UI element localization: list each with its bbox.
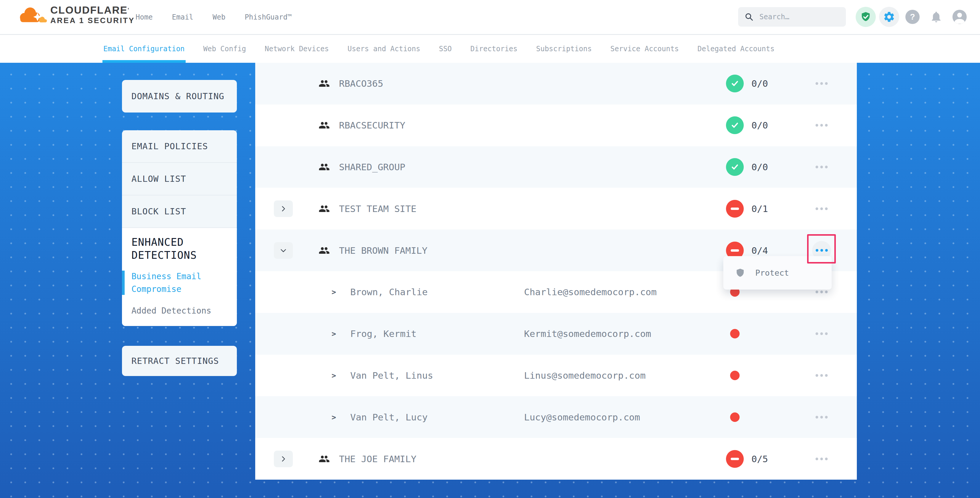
group-icon: [318, 453, 330, 465]
expand-chevron-button[interactable]: [274, 200, 293, 217]
sidebar-card-domains-routing: DOMAINS & ROUTING: [122, 80, 237, 113]
collapse-chevron-button[interactable]: [274, 242, 293, 259]
table-row: RBACSECURITY 0/0: [255, 105, 857, 146]
row-actions-menu-button[interactable]: [816, 416, 828, 418]
table-row: > Van Pelt, Lucy Lucy@somedemocorp.com: [255, 396, 857, 438]
tab-users-and-actions[interactable]: Users and Actions: [348, 35, 420, 63]
status-protected-icon: [726, 116, 744, 134]
status-protected-icon: [726, 75, 744, 92]
table-row: SHARED_GROUP 0/0: [255, 146, 857, 188]
group-name: TEST TEAM SITE: [339, 204, 416, 214]
table-row: TEST TEAM SITE 0/1: [255, 188, 857, 229]
row-actions-menu-button[interactable]: [816, 207, 828, 210]
protection-status-icon[interactable]: [856, 7, 876, 27]
sidebar-item-added-detections[interactable]: Added Detections: [122, 304, 228, 317]
member-name: Van Pelt, Lucy: [350, 412, 428, 423]
sidebar-card-retract: RETRACT SETTINGS: [122, 346, 237, 376]
row-actions-dropdown: Protect: [723, 256, 832, 290]
expand-chevron-button[interactable]: [274, 450, 293, 467]
sidebar-section-enhanced-detections: ENHANCED DETECTIONS Business Email Compr…: [122, 228, 237, 326]
group-name: SHARED_GROUP: [339, 162, 405, 172]
member-email: Kermit@somedemocorp.com: [524, 328, 651, 339]
group-icon: [318, 78, 330, 89]
row-actions-menu-button[interactable]: [816, 291, 828, 293]
tab-email-configuration[interactable]: Email Configuration: [103, 35, 185, 63]
enhanced-detections-title[interactable]: ENHANCED DETECTIONS: [122, 235, 220, 262]
protected-count: 0/1: [751, 204, 768, 214]
tab-sso[interactable]: SSO: [439, 35, 452, 63]
table-row: THE JOE FAMILY 0/5: [255, 438, 857, 480]
group-icon: [318, 245, 330, 256]
status-unprotected-dot: [730, 371, 740, 380]
tab-service-accounts[interactable]: Service Accounts: [611, 35, 679, 63]
topnav-web[interactable]: Web: [213, 13, 225, 21]
topnav-home[interactable]: Home: [135, 13, 153, 21]
group-icon: [318, 161, 330, 173]
member-email: Lucy@somedemocorp.com: [524, 412, 640, 423]
tab-directories[interactable]: Directories: [471, 35, 517, 63]
notifications-bell-icon[interactable]: [929, 9, 944, 25]
sidebar-item-allow-list[interactable]: ALLOW LIST: [122, 163, 237, 196]
status-unprotected-icon: [726, 200, 744, 218]
group-name: THE JOE FAMILY: [339, 453, 416, 464]
topnav-phishguard[interactable]: PhishGuard™: [245, 13, 292, 21]
member-name: Van Pelt, Linus: [350, 370, 433, 381]
sidebar-item-retract-settings[interactable]: RETRACT SETTINGS: [122, 346, 237, 376]
sidebar-item-business-email-compromise[interactable]: Business Email Compromise: [122, 270, 228, 296]
top-header: CLOUDFLARE’ AREA 1 SECURITY Home Email W…: [0, 0, 980, 35]
protected-count: 0/0: [751, 78, 768, 89]
group-name: RBACSECURITY: [339, 120, 405, 130]
status-protected-icon: [726, 158, 744, 176]
sidebar-item-block-list[interactable]: BLOCK LIST: [122, 196, 237, 228]
row-actions-menu-button[interactable]: [816, 165, 828, 168]
brand-name: CLOUDFLARE’: [50, 5, 135, 16]
member-chevron-icon[interactable]: >: [332, 413, 336, 421]
protected-count: 0/0: [751, 120, 768, 130]
row-actions-menu-button[interactable]: [816, 457, 828, 460]
sidebar-item-domains-routing[interactable]: DOMAINS & ROUTING: [122, 80, 237, 113]
sidebar-item-email-policies[interactable]: EMAIL POLICIES: [122, 130, 237, 163]
sidebar-card-policies: EMAIL POLICIES ALLOW LIST BLOCK LIST ENH…: [122, 130, 237, 326]
table-row: > Van Pelt, Linus Linus@somedemocorp.com: [255, 355, 857, 396]
protected-count: 0/4: [751, 245, 768, 256]
member-chevron-icon[interactable]: >: [332, 288, 336, 296]
topnav-email[interactable]: Email: [172, 13, 193, 21]
tab-web-config[interactable]: Web Config: [204, 35, 247, 63]
brand-subtitle: AREA 1 SECURITY: [50, 16, 135, 25]
row-actions-menu-button[interactable]: [816, 124, 828, 127]
tab-delegated-accounts[interactable]: Delegated Accounts: [698, 35, 775, 63]
member-name: Frog, Kermit: [350, 328, 417, 339]
table-row: > Frog, Kermit Kermit@somedemocorp.com: [255, 313, 857, 355]
shield-icon: [735, 268, 745, 278]
tab-network-devices[interactable]: Network Devices: [265, 35, 329, 63]
section-tabs: Email Configuration Web Config Network D…: [0, 35, 980, 63]
member-email: Charlie@somedemocorp.com: [524, 286, 657, 297]
status-unprotected-dot: [730, 412, 740, 422]
group-name: RBACO365: [339, 78, 383, 89]
member-chevron-icon[interactable]: >: [332, 329, 336, 338]
search-input[interactable]: [759, 13, 834, 21]
account-avatar-icon[interactable]: [953, 10, 967, 24]
cloudflare-logo: CLOUDFLARE’ AREA 1 SECURITY: [17, 4, 135, 25]
tab-subscriptions[interactable]: Subscriptions: [536, 35, 592, 63]
help-icon[interactable]: ?: [905, 10, 920, 24]
group-icon: [318, 119, 330, 131]
member-name: Brown, Charlie: [350, 286, 428, 297]
settings-gear-icon[interactable]: [879, 7, 899, 27]
protected-count: 0/0: [751, 162, 768, 172]
top-navigation: Home Email Web PhishGuard™: [135, 0, 292, 34]
search-bar[interactable]: [738, 7, 846, 27]
group-name: THE BROWN FAMILY: [339, 245, 428, 256]
row-actions-menu-button[interactable]: [816, 82, 828, 85]
row-actions-menu-button[interactable]: [816, 333, 828, 335]
protect-menu-item[interactable]: Protect: [755, 268, 789, 277]
member-chevron-icon[interactable]: >: [332, 371, 336, 380]
table-row: RBACO365 0/0: [255, 63, 857, 105]
group-icon: [318, 203, 330, 214]
status-unprotected-icon: [726, 450, 744, 468]
protected-count: 0/5: [751, 453, 768, 464]
cloudflare-cloud-icon: [17, 4, 48, 25]
status-unprotected-dot: [730, 329, 740, 339]
row-actions-menu-button[interactable]: [816, 374, 828, 377]
app-root: CLOUDFLARE’ AREA 1 SECURITY Home Email W…: [0, 0, 980, 498]
